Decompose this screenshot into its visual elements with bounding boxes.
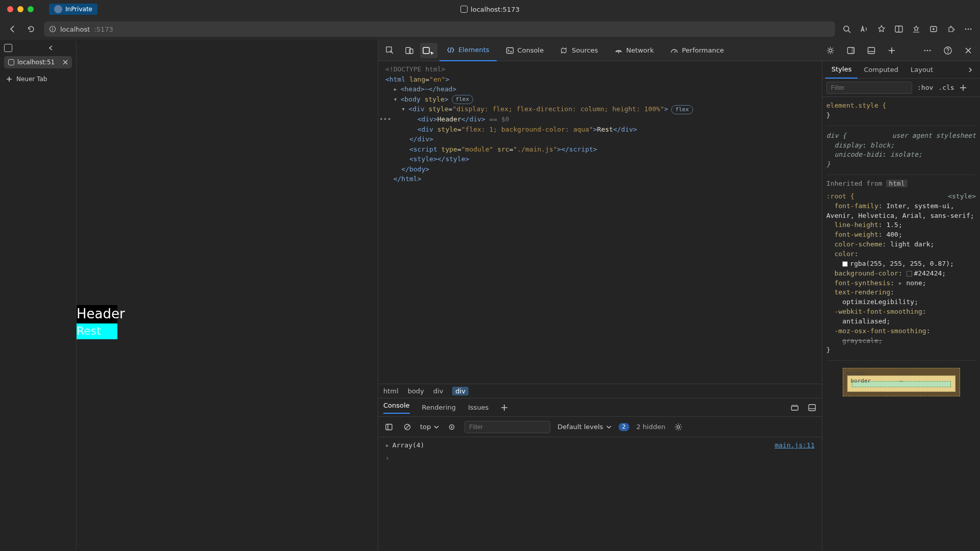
- tab-elements[interactable]: Elements: [439, 40, 497, 61]
- console-log-line[interactable]: ▸ Array(4) main.js:11: [385, 441, 815, 449]
- dom-line[interactable]: </html>: [385, 174, 818, 184]
- tab-performance[interactable]: Performance: [663, 40, 731, 61]
- dom-line[interactable]: </body>: [385, 164, 818, 174]
- network-icon: [615, 46, 623, 55]
- dock-side-icon[interactable]: [842, 43, 860, 58]
- dom-line[interactable]: ▸<head>⋯</head>: [385, 84, 818, 94]
- tab-item[interactable]: localhost:51: [4, 56, 72, 68]
- color-swatch[interactable]: [906, 271, 912, 277]
- split-screen-icon[interactable]: [894, 24, 903, 34]
- tab-sources[interactable]: Sources: [553, 40, 605, 61]
- box-model-border[interactable]: –: [847, 375, 955, 392]
- sidebar-toggle-icon[interactable]: [4, 44, 12, 52]
- crumb-selected[interactable]: div: [452, 387, 469, 395]
- dom-line[interactable]: <div style="flex: 1; background-color: a…: [385, 124, 818, 135]
- window-titlebar: InPrivate localhost:5173: [0, 0, 980, 18]
- styles-tab-layout[interactable]: Layout: [904, 61, 939, 79]
- inspect-element-icon[interactable]: [381, 43, 399, 58]
- live-expression-icon[interactable]: [446, 421, 457, 433]
- drawer-tab-issues[interactable]: Issues: [468, 404, 488, 411]
- site-info-icon[interactable]: [49, 26, 56, 33]
- drawer-tab-console[interactable]: Console: [383, 402, 410, 414]
- inprivate-label: InPrivate: [65, 6, 92, 13]
- svg-rect-27: [792, 405, 798, 406]
- more-icon[interactable]: [964, 24, 973, 34]
- issues-count-badge[interactable]: 2: [619, 423, 629, 431]
- drawer-add-tab[interactable]: [501, 404, 508, 411]
- zoom-icon[interactable]: [842, 24, 851, 34]
- drawer-expand-icon[interactable]: [790, 403, 799, 412]
- extensions-icon[interactable]: [946, 24, 955, 34]
- flex-badge[interactable]: flex: [452, 95, 474, 105]
- favorites-list-icon[interactable]: [912, 24, 921, 34]
- minimize-window-icon[interactable]: [17, 6, 23, 12]
- style-rule-block[interactable]: div {user agent stylesheet display: bloc…: [826, 130, 976, 175]
- console-settings-icon[interactable]: [673, 421, 684, 433]
- crumb[interactable]: div: [433, 387, 444, 395]
- dom-selected-line[interactable]: ••• <div>Header</div> == $0: [385, 114, 818, 124]
- console-levels-select[interactable]: Default levels: [557, 423, 611, 431]
- tab-console[interactable]: Console: [499, 40, 551, 61]
- add-tab-icon[interactable]: [883, 43, 900, 58]
- svg-point-9: [970, 29, 972, 30]
- sidebar-collapse-icon[interactable]: [48, 45, 54, 51]
- svg-point-22: [927, 49, 928, 51]
- devtools-more-icon[interactable]: [919, 43, 936, 58]
- dom-line[interactable]: <script type="module" src="./main.js"></…: [385, 144, 818, 155]
- console-sidebar-icon[interactable]: [383, 421, 395, 433]
- crumb[interactable]: body: [408, 387, 424, 395]
- console-filter-input[interactable]: [464, 421, 550, 433]
- welcome-tab-icon[interactable]: [420, 43, 437, 58]
- device-toolbar-icon[interactable]: [401, 43, 418, 58]
- crumb[interactable]: html: [383, 387, 399, 395]
- box-model[interactable]: – –: [843, 368, 960, 396]
- dom-line[interactable]: ▾<div style="display: flex; flex-directi…: [385, 104, 818, 114]
- color-swatch[interactable]: [842, 261, 848, 267]
- style-rule-block[interactable]: element.style { }: [826, 100, 976, 126]
- clear-console-icon[interactable]: [402, 421, 413, 433]
- styles-rules[interactable]: element.style { } div {user agent styles…: [822, 97, 980, 551]
- devtools-close-icon[interactable]: [960, 43, 977, 58]
- collections-icon[interactable]: [929, 24, 938, 34]
- styles-overflow-icon[interactable]: [968, 67, 974, 73]
- read-aloud-icon[interactable]: [860, 24, 869, 34]
- dom-line[interactable]: <style></style>: [385, 154, 818, 164]
- dom-tree[interactable]: <!DOCTYPE html> <html lang="en"> ▸<head>…: [378, 61, 822, 384]
- new-tab-button[interactable]: Neuer Tab: [4, 72, 72, 86]
- flex-badge[interactable]: flex: [671, 105, 693, 115]
- dom-line[interactable]: </div>: [385, 134, 818, 144]
- close-window-icon[interactable]: [7, 6, 13, 12]
- cls-button[interactable]: .cls: [938, 84, 954, 91]
- styles-filter-input[interactable]: [826, 82, 912, 94]
- zoom-window-icon[interactable]: [28, 6, 34, 12]
- svg-point-16: [829, 49, 832, 52]
- console-log-source[interactable]: main.js:11: [775, 441, 815, 449]
- activity-bar-icon[interactable]: [863, 43, 880, 58]
- styles-tab-styles[interactable]: Styles: [825, 61, 857, 79]
- console-context-select[interactable]: top: [420, 423, 439, 431]
- dom-line[interactable]: ▾<body style>flex: [385, 94, 818, 105]
- drawer-dock-icon[interactable]: [807, 403, 817, 412]
- styles-tab-computed[interactable]: Computed: [857, 61, 904, 79]
- hov-button[interactable]: :hov: [917, 84, 933, 91]
- inprivate-badge[interactable]: InPrivate: [49, 4, 97, 15]
- traffic-lights: [7, 6, 34, 12]
- console-body[interactable]: ▸ Array(4) main.js:11 ›: [378, 437, 822, 551]
- box-model-margin[interactable]: – –: [843, 368, 960, 396]
- dom-line[interactable]: <html lang="en">: [385, 74, 818, 85]
- address-bar[interactable]: localhost:5173: [44, 21, 835, 37]
- new-style-rule-icon[interactable]: [960, 84, 967, 91]
- drawer-tab-rendering[interactable]: Rendering: [422, 404, 456, 411]
- devtools-settings-icon[interactable]: [822, 43, 839, 58]
- styles-toolbar: :hov .cls: [822, 79, 980, 97]
- devtools-help-icon[interactable]: [939, 43, 957, 58]
- style-rule-block[interactable]: :root {<style> font-family: Inter, syste…: [826, 191, 976, 361]
- console-prompt[interactable]: ›: [385, 454, 815, 462]
- refresh-button[interactable]: [26, 23, 37, 35]
- close-tab-icon[interactable]: [63, 60, 68, 65]
- dom-line[interactable]: <!DOCTYPE html>: [385, 64, 818, 74]
- tab-network[interactable]: Network: [607, 40, 661, 61]
- favorite-icon[interactable]: [877, 24, 886, 34]
- back-button[interactable]: [7, 23, 18, 35]
- window-title-text: localhost:5173: [471, 6, 520, 13]
